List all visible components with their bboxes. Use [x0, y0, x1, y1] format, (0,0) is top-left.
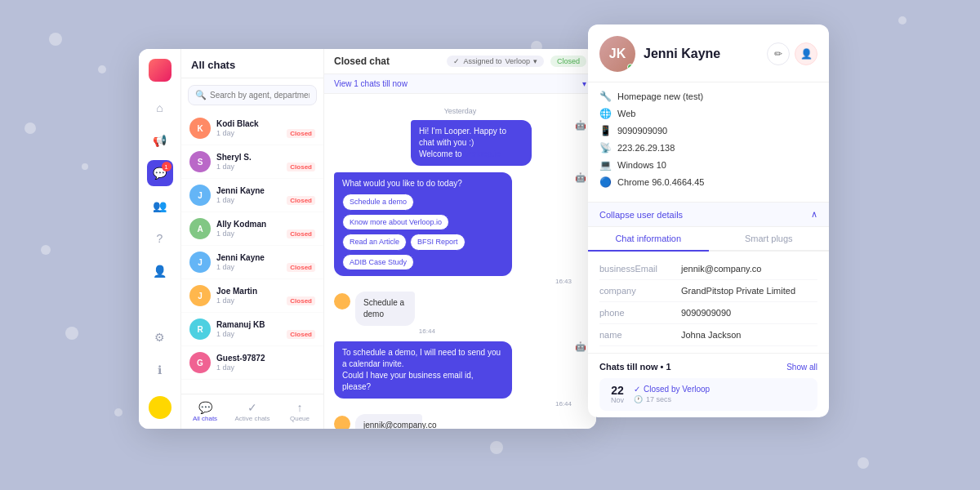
status-badge: Closed [287, 196, 315, 205]
history-duration: 🕐 17 secs [634, 395, 809, 403]
btn-know-more[interactable]: Know more about Verloop.io [342, 214, 449, 231]
info-panel: JK Jenni Kayne ✏ 👤 🔧 Homepage new (test)… [588, 24, 829, 417]
sidebar-item-people[interactable]: 👤 [147, 258, 173, 284]
btn-adib-case[interactable]: ADIB Case Study [342, 254, 414, 271]
name-key: name [599, 330, 681, 340]
chat-name: Ally Kodman [216, 220, 315, 229]
chat-info: Guest-97872 1 day [216, 354, 315, 372]
chats-history-header: Chats till now • 1 Show all [599, 362, 817, 372]
tab-chat-information[interactable]: Chat information [588, 227, 709, 252]
tab-queue[interactable]: ↑ Queue [276, 398, 323, 425]
chat-name: Jenni Kayne [216, 253, 315, 262]
user-avatar[interactable] [149, 396, 172, 419]
closed-icon: ✓ [634, 385, 640, 394]
chat-info: Jenni Kayne 1 day Closed [216, 253, 315, 272]
history-item-1[interactable]: 22 Nov ✓ Closed by Verloop 🕐 17 secs [599, 378, 817, 411]
ip-icon: 📡 [599, 142, 611, 154]
status-badge: Closed [287, 330, 315, 339]
detail-web-text: Web [617, 109, 635, 118]
company-value: GrandPitstop Private Limited [681, 286, 817, 296]
chat-info: Kodi Black 1 day Closed [216, 119, 315, 138]
btn-bfsi-report[interactable]: BFSI Report [410, 234, 466, 251]
delete-button[interactable]: 👤 [795, 42, 817, 65]
history-info: ✓ Closed by Verloop 🕐 17 secs [634, 385, 809, 403]
sidebar-item-home[interactable]: ⌂ [147, 95, 173, 121]
assigned-label: Assigned to [463, 57, 501, 65]
chat-time: 1 day [216, 363, 234, 372]
list-item[interactable]: J Jenni Kayne 1 day Closed [181, 179, 323, 212]
message-5-bubble: jennik@company.co [355, 414, 422, 429]
message-4: To schedule a demo, I will need to send … [334, 341, 586, 408]
chevron-up-icon: ∧ [811, 209, 817, 220]
sidebar-item-settings[interactable]: ⚙ [147, 324, 173, 350]
bot-icon-2: 🤖 [575, 172, 586, 285]
list-item[interactable]: A Ally Kodman 1 day Closed [181, 212, 323, 246]
view-banner[interactable]: View 1 chats till now ▾ [324, 74, 596, 94]
verloop-link[interactable]: Verloop.io [464, 149, 500, 158]
detail-ip: 📡 223.26.29.138 [599, 142, 817, 154]
bot-icon: 🤖 [575, 120, 586, 166]
list-item[interactable]: K Kodi Black 1 day Closed [181, 112, 323, 145]
contact-row-company: company GrandPitstop Private Limited [599, 280, 817, 302]
assigned-to: Verloop [505, 57, 530, 65]
chat-name: Ramanuj KB [216, 320, 315, 329]
search-bar[interactable]: 🔍 [188, 85, 317, 105]
message-2-buttons: Schedule a demo Know more about Verloop.… [342, 194, 504, 270]
phone-value: 9090909090 [681, 308, 817, 318]
history-month: Nov [611, 396, 624, 404]
list-item[interactable]: R Ramanuj KB 1 day Closed [181, 313, 323, 346]
message-5: jennik@company.co 16:46 [334, 414, 586, 429]
edit-button[interactable]: ✏ [767, 42, 790, 65]
app-window: ⌂ 📢 💬 1 👥 ? 👤 ⚙ ℹ All chats 🔍 K Kod [139, 49, 596, 429]
detail-phone: 📱 9090909090 [599, 125, 817, 136]
sidebar-item-users[interactable]: 👥 [147, 193, 173, 219]
chat-time: 1 day [216, 163, 234, 171]
chat-name: Jenni Kayne [216, 186, 315, 195]
collapse-details-button[interactable]: Collapse user details ∧ [588, 202, 829, 227]
chat-time: 1 day [216, 229, 234, 238]
btn-read-article[interactable]: Read an Article [342, 234, 407, 251]
history-status: ✓ Closed by Verloop [634, 385, 809, 394]
bot-icon-3: 🤖 [575, 341, 586, 408]
sidebar-item-chat[interactable]: 💬 1 [147, 160, 173, 186]
message-1: Hi! I'm Looper. Happy to chat with you :… [334, 120, 586, 166]
app-logo [149, 59, 172, 82]
message-3-content: Schedule a demo 16:44 [355, 292, 435, 335]
sidebar-item-help[interactable]: ? [147, 225, 173, 252]
chat-window-panel: Closed chat ✓ Assigned to Verloop ▾ Clos… [324, 49, 596, 429]
tab-active-chats[interactable]: ✓ Active chats [229, 398, 276, 425]
list-item[interactable]: S Sheryl S. 1 day Closed [181, 145, 323, 179]
name-value: Johna Jackson [681, 330, 817, 340]
chat-messages[interactable]: Yesterday Hi! I'm Looper. Happy to chat … [324, 94, 596, 429]
history-status-text: Closed by Verloop [644, 385, 710, 394]
list-item[interactable]: G Guest-97872 1 day [181, 346, 323, 380]
search-input[interactable] [210, 91, 310, 100]
detail-browser-text: Chrome 96.0.4664.45 [617, 177, 704, 187]
bottom-tabs: 💬 All chats ✓ Active chats ↑ Queue [181, 394, 323, 429]
sidebar-item-megaphone[interactable]: 📢 [147, 127, 173, 154]
chat-name: Kodi Black [216, 119, 315, 128]
chat-info: Joe Martin 1 day Closed [216, 287, 315, 305]
web-icon: 🌐 [599, 108, 611, 119]
message-3: Schedule a demo 16:44 [334, 292, 586, 335]
browser-icon: 🔵 [599, 176, 611, 188]
tab-all-chats[interactable]: 💬 All chats [181, 398, 229, 425]
show-all-link[interactable]: Show all [786, 363, 817, 372]
email-value: jennik@company.co [681, 264, 817, 274]
sidebar-item-info[interactable]: ℹ [147, 357, 173, 383]
info-tabs: Chat information Smart plugs [588, 227, 829, 252]
chat-window-header: Closed chat ✓ Assigned to Verloop ▾ Clos… [324, 49, 596, 74]
chat-name: Guest-97872 [216, 354, 315, 363]
chat-time: 1 day [216, 129, 234, 137]
tab-smart-plugs[interactable]: Smart plugs [709, 227, 830, 250]
all-chats-label: All chats [193, 415, 217, 422]
list-item[interactable]: J Jenni Kayne 1 day Closed [181, 246, 323, 279]
chat-list-panel: All chats 🔍 K Kodi Black 1 day Closed S [181, 49, 324, 429]
chat-meta: 1 day Closed [216, 263, 315, 272]
chat-meta: 1 day Closed [216, 196, 315, 205]
message-2: What would you like to do today? Schedul… [334, 172, 586, 285]
btn-schedule-demo[interactable]: Schedule a demo [342, 194, 414, 211]
tab-chat-information-label: Chat information [615, 234, 681, 243]
chats-history-title: Chats till now • 1 [599, 362, 671, 372]
list-item[interactable]: J Joe Martin 1 day Closed [181, 279, 323, 313]
